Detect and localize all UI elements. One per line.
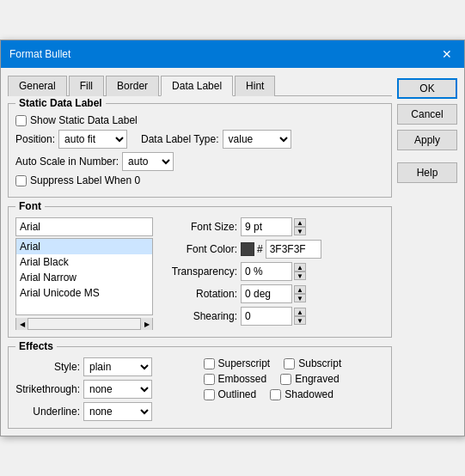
close-button[interactable]: ✕ xyxy=(438,46,456,63)
shadowed-label: Shadowed xyxy=(285,388,333,400)
shadowed-row: Shadowed xyxy=(270,388,333,400)
engraved-checkbox[interactable] xyxy=(280,374,291,385)
horizontal-scrollbar[interactable]: ◀ ▶ xyxy=(15,318,153,330)
font-color-label: Font Color: xyxy=(160,243,237,255)
font-size-down-button[interactable]: ▼ xyxy=(294,227,306,235)
shearing-spinner: ▲ ▼ xyxy=(241,307,306,326)
transparency-down-button[interactable]: ▼ xyxy=(294,272,306,280)
font-list-item[interactable]: Arial Narrow xyxy=(16,270,152,285)
subscript-row: Subscript xyxy=(284,357,341,369)
font-size-up-button[interactable]: ▲ xyxy=(294,218,306,227)
color-swatch[interactable] xyxy=(241,242,254,256)
position-row: Position: auto fit left right top bottom… xyxy=(15,130,384,149)
superscript-checkbox[interactable] xyxy=(204,358,215,369)
main-content: General Fill Border Data Label Hint Stat… xyxy=(8,75,392,429)
effects-section: Effects Style: plain bold italic bold it… xyxy=(8,346,392,429)
shadowed-checkbox[interactable] xyxy=(270,389,281,400)
static-data-label-content: Show Static Data Label Position: auto fi… xyxy=(15,114,384,186)
tab-bar: General Fill Border Data Label Hint xyxy=(8,75,392,96)
font-list-item[interactable]: Arial xyxy=(16,239,152,254)
effects-section-title: Effects xyxy=(15,340,57,352)
effects-content: Style: plain bold italic bold italic Str… xyxy=(15,357,384,421)
apply-button[interactable]: Apply xyxy=(397,130,457,150)
font-list-scroll[interactable]: Arial Arial Black Arial Narrow Arial Uni… xyxy=(16,239,152,314)
shearing-down-button[interactable]: ▼ xyxy=(294,316,306,325)
button-panel: OK Cancel Apply Help xyxy=(397,75,457,429)
static-data-label-section: Static Data Label Show Static Data Label… xyxy=(8,103,392,198)
data-label-type-select[interactable]: value label percent none xyxy=(223,130,291,149)
suppress-label-text: Suppress Label When 0 xyxy=(30,174,140,186)
rotation-input[interactable] xyxy=(241,284,292,303)
dialog-body: General Fill Border Data Label Hint Stat… xyxy=(1,68,464,436)
effects-left: Style: plain bold italic bold italic Str… xyxy=(15,357,197,421)
font-name-input[interactable] xyxy=(15,217,153,236)
font-color-control: # xyxy=(241,240,321,259)
data-label-type-label: Data Label Type: xyxy=(141,133,219,145)
rotation-spin-buttons: ▲ ▼ xyxy=(294,285,306,302)
shearing-row: Shearing: ▲ ▼ xyxy=(160,307,384,326)
font-size-row: Font Size: ▲ ▼ xyxy=(160,217,384,236)
style-label: Style: xyxy=(15,361,80,373)
font-color-input[interactable] xyxy=(266,240,321,259)
tab-data-label[interactable]: Data Label xyxy=(161,76,233,96)
help-button[interactable]: Help xyxy=(397,162,457,183)
transparency-up-button[interactable]: ▲ xyxy=(294,263,306,272)
embossed-checkbox[interactable] xyxy=(204,374,215,385)
shearing-up-button[interactable]: ▲ xyxy=(294,308,306,316)
tab-hint[interactable]: Hint xyxy=(235,76,275,96)
transparency-input[interactable] xyxy=(241,262,292,281)
tab-general[interactable]: General xyxy=(8,76,67,96)
outlined-row: Outlined xyxy=(204,388,257,400)
font-list-item[interactable]: Arial Black xyxy=(16,254,152,270)
auto-scale-label: Auto Scale in Number: xyxy=(15,156,119,168)
font-size-input[interactable] xyxy=(241,217,292,236)
underline-select[interactable]: none single double xyxy=(83,402,152,421)
engraved-label: Engraved xyxy=(295,373,339,385)
format-bullet-dialog: Format Bullet ✕ General Fill Border Data… xyxy=(0,40,465,436)
outlined-label: Outlined xyxy=(218,388,257,400)
engraved-row: Engraved xyxy=(280,373,339,385)
embossed-engraved-row: Embossed Engraved xyxy=(204,373,385,385)
embossed-row: Embossed xyxy=(204,373,267,385)
scroll-left-button[interactable]: ◀ xyxy=(16,318,28,330)
strikethrough-row: Strikethrough: none single double xyxy=(15,380,197,399)
strikethrough-select[interactable]: none single double xyxy=(83,380,152,399)
rotation-down-button[interactable]: ▼ xyxy=(294,294,306,302)
position-label: Position: xyxy=(15,133,55,145)
transparency-spinner: ▲ ▼ xyxy=(241,262,306,281)
position-select[interactable]: auto fit left right top bottom center xyxy=(58,130,127,149)
auto-scale-row: Auto Scale in Number: auto none K M B xyxy=(15,152,384,171)
scroll-right-button[interactable]: ▶ xyxy=(140,318,152,330)
shearing-input[interactable] xyxy=(241,307,292,326)
font-size-spinner: ▲ ▼ xyxy=(241,217,306,236)
shearing-spin-buttons: ▲ ▼ xyxy=(294,308,306,325)
font-size-spin-buttons: ▲ ▼ xyxy=(294,218,306,235)
rotation-label: Rotation: xyxy=(160,288,237,300)
transparency-spin-buttons: ▲ ▼ xyxy=(294,263,306,280)
superscript-subscript-row: Superscript Subscript xyxy=(204,357,385,369)
font-list-wrapper: Arial Arial Black Arial Narrow Arial Uni… xyxy=(15,238,153,315)
font-section-title: Font xyxy=(15,200,45,212)
style-select[interactable]: plain bold italic bold italic xyxy=(83,357,152,376)
scroll-track xyxy=(28,319,140,329)
auto-scale-select[interactable]: auto none K M B xyxy=(122,152,174,171)
suppress-label-checkbox[interactable] xyxy=(15,175,27,186)
tab-fill[interactable]: Fill xyxy=(69,76,104,96)
effects-right: Superscript Subscript Embossed xyxy=(204,357,385,421)
ok-button[interactable]: OK xyxy=(397,78,457,99)
rotation-up-button[interactable]: ▲ xyxy=(294,285,306,294)
show-static-label: Show Static Data Label xyxy=(30,114,138,126)
show-static-checkbox[interactable] xyxy=(15,115,27,126)
font-size-label: Font Size: xyxy=(160,221,237,233)
subscript-label: Subscript xyxy=(298,357,341,369)
outlined-shadowed-row: Outlined Shadowed xyxy=(204,388,385,400)
tab-border[interactable]: Border xyxy=(106,76,159,96)
subscript-checkbox[interactable] xyxy=(284,358,295,369)
outlined-checkbox[interactable] xyxy=(204,389,215,400)
font-list-item[interactable]: Arial Unicode MS xyxy=(16,285,152,301)
cancel-button[interactable]: Cancel xyxy=(397,104,457,125)
font-content: Arial Arial Black Arial Narrow Arial Uni… xyxy=(15,217,384,330)
underline-label: Underline: xyxy=(15,406,80,418)
rotation-spinner: ▲ ▼ xyxy=(241,284,306,303)
font-left: Arial Arial Black Arial Narrow Arial Uni… xyxy=(15,217,153,330)
